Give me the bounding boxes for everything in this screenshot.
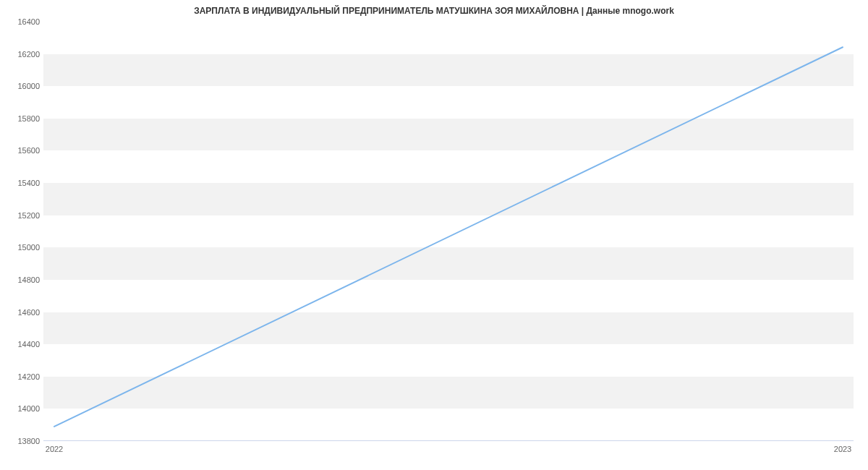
y-tick-label: 15200 <box>4 211 40 220</box>
grid-band <box>43 119 854 151</box>
y-tick-label: 13800 <box>4 437 40 445</box>
y-tick-label: 14200 <box>4 372 40 381</box>
y-tick-label: 15000 <box>4 243 40 252</box>
x-tick-label: 2023 <box>834 445 851 453</box>
y-tick-label: 15400 <box>4 179 40 187</box>
grid-band <box>43 377 854 409</box>
plot-area <box>43 22 854 441</box>
y-tick-label: 15600 <box>4 146 40 155</box>
grid-band <box>43 54 854 87</box>
grid-band <box>43 183 854 215</box>
y-tick-label: 16000 <box>4 82 40 90</box>
y-tick-label: 14600 <box>4 308 40 317</box>
y-tick-label: 15800 <box>4 114 40 123</box>
grid-band <box>43 312 854 345</box>
chart-title: ЗАРПЛАТА В ИНДИВИДУАЛЬНЫЙ ПРЕДПРИНИМАТЕЛ… <box>0 6 868 16</box>
grid-band <box>43 247 854 280</box>
y-tick-label: 14000 <box>4 404 40 413</box>
x-tick-label: 2022 <box>46 445 63 453</box>
y-tick-label: 16400 <box>4 17 40 26</box>
x-axis-line <box>43 440 854 441</box>
y-tick-label: 14400 <box>4 340 40 349</box>
y-tick-label: 16200 <box>4 50 40 59</box>
y-tick-label: 14800 <box>4 275 40 284</box>
chart-container: ЗАРПЛАТА В ИНДИВИДУАЛЬНЫЙ ПРЕДПРИНИМАТЕЛ… <box>0 0 868 470</box>
